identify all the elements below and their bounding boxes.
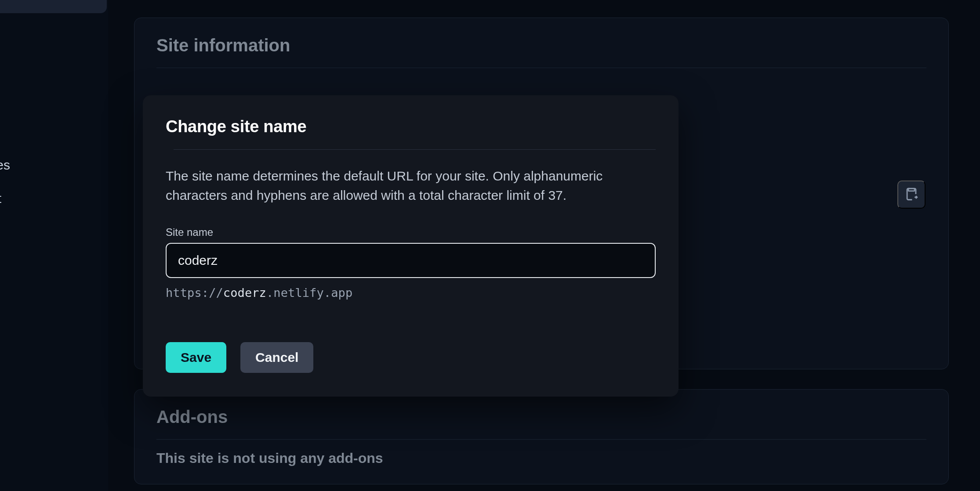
clipboard-import-button[interactable]: [897, 181, 926, 209]
url-site-name: coderz: [223, 286, 266, 300]
site-name-input[interactable]: [166, 243, 656, 278]
settings-sidebar: s variables gement: [0, 0, 108, 491]
sidebar-item-partial-2[interactable]: variables: [0, 150, 108, 180]
addons-section: Add-ons This site is not using any add-o…: [134, 389, 949, 484]
section-title-site-info: Site information: [156, 36, 926, 68]
sidebar-active-indicator: [0, 0, 107, 13]
sidebar-link[interactable]: variables: [0, 158, 10, 172]
dialog-divider: [174, 149, 656, 150]
cancel-button[interactable]: Cancel: [240, 342, 313, 373]
clipboard-import-icon: [904, 187, 919, 203]
dialog-actions: Save Cancel: [166, 342, 656, 373]
app-viewport: s variables gement Site information: [0, 0, 980, 491]
section-title-addons: Add-ons: [156, 407, 926, 440]
sidebar-spacer: [0, 70, 108, 150]
addons-empty-text: This site is not using any add-ons: [156, 450, 926, 466]
change-site-name-dialog: Change site name The site name determine…: [143, 95, 679, 397]
url-preview: https://coderz.netlify.app: [166, 286, 656, 300]
sidebar-link[interactable]: gement: [0, 191, 1, 206]
site-name-label: Site name: [166, 226, 656, 238]
url-suffix: .netlify.app: [266, 286, 352, 300]
dialog-description: The site name determines the default URL…: [166, 166, 649, 205]
save-button[interactable]: Save: [166, 342, 226, 373]
url-prefix: https://: [166, 286, 223, 300]
dialog-title: Change site name: [166, 117, 656, 149]
sidebar-item-partial-1[interactable]: s: [0, 40, 108, 70]
sidebar-item-partial-3[interactable]: gement: [0, 184, 108, 213]
